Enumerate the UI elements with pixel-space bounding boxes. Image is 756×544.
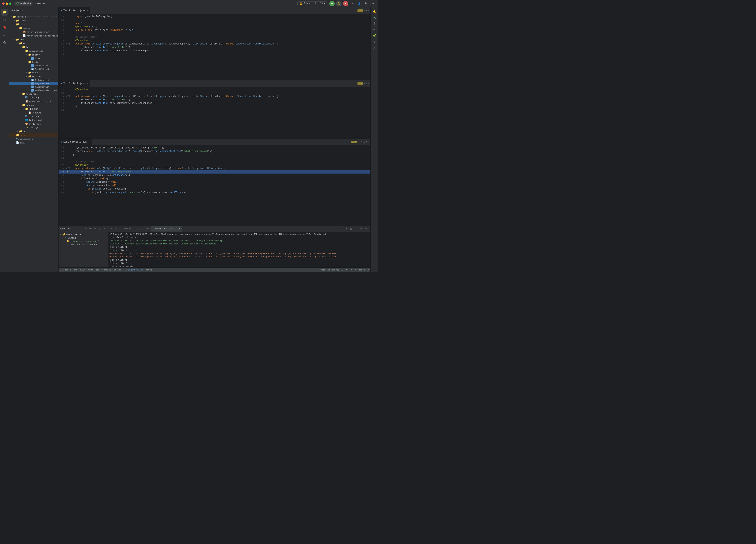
code-editor-loginservlet[interactable]: 32 System.out.print(getServletContext().… bbox=[59, 145, 370, 226]
more-tools-button[interactable]: ⋯ bbox=[1, 264, 8, 270]
tree-item-testfilter2[interactable]: C TestFilter2 bbox=[9, 67, 58, 71]
close-tab-button[interactable]: ✕ bbox=[87, 82, 88, 85]
tools-icon[interactable]: 🔧 bbox=[372, 15, 377, 20]
tree-item-index-html[interactable]: 🌐 index.html bbox=[9, 118, 58, 122]
encoding[interactable]: UTF-8 bbox=[346, 269, 353, 271]
breadcrumb-servlet[interactable]: servlet bbox=[114, 269, 123, 271]
more-icon[interactable]: ⋯ bbox=[368, 82, 369, 85]
log-tab-server[interactable]: Server bbox=[109, 226, 121, 232]
stop-button[interactable]: ■ bbox=[343, 1, 348, 6]
tree-item-webapp[interactable]: ▾ 📁 webapp bbox=[9, 103, 58, 107]
tree-item-wrapper[interactable]: ▾ 📁 wrapper bbox=[9, 26, 58, 30]
tree-item-timeservlet[interactable]: C TimeServlet bbox=[9, 85, 58, 89]
breadcrumb-com[interactable]: com bbox=[96, 269, 100, 271]
tree-item-user[interactable]: C User bbox=[9, 57, 58, 60]
chevron-up-icon[interactable]: ▲ bbox=[364, 82, 365, 85]
breadcrumb-doget[interactable]: doGet bbox=[146, 269, 152, 271]
chevron-down-icon[interactable]: ▼ bbox=[366, 141, 367, 143]
minimize-button[interactable] bbox=[6, 2, 8, 5]
close-tab-button[interactable]: ✕ bbox=[88, 141, 89, 143]
log-content[interactable]: 07-May-2024 10:48:47 INFO [NIO-127.0.0.1… bbox=[108, 232, 370, 267]
add-service-button[interactable]: ⊞ bbox=[93, 227, 97, 231]
services-item-tomcat-server[interactable]: ▾ 🐱 Tomcat Server bbox=[59, 233, 108, 236]
database-icon[interactable]: 🗄 bbox=[372, 21, 377, 26]
settings-button[interactable]: ⚙ bbox=[359, 227, 363, 231]
bookmark-button[interactable]: 🔖 bbox=[1, 24, 8, 31]
services-item-war[interactable]: ✓ WebTest:war exploded bbox=[59, 243, 108, 246]
tree-item-filter[interactable]: ▾ 📁 filter bbox=[9, 60, 58, 64]
git-view-button[interactable]: ⎇ bbox=[1, 16, 8, 23]
tab-testfilter2[interactable]: ◉ TestFilter2.java ✕ bbox=[59, 80, 90, 87]
chevron-up-icon[interactable]: ▲ bbox=[364, 10, 365, 12]
gradle-icon[interactable]: ⚙ bbox=[372, 39, 377, 44]
settings-button[interactable]: ⚙ bbox=[370, 1, 376, 6]
tree-item-entity[interactable]: ▾ 📁 entity bbox=[9, 53, 58, 57]
tree-item-maven-wrapper-props[interactable]: 📄 maven-wrapper.properties bbox=[9, 34, 58, 38]
debug-button[interactable]: 🐛 bbox=[336, 1, 342, 6]
breadcrumb-example[interactable]: example bbox=[102, 269, 111, 271]
tree-item-icon-png2[interactable]: 🖼 icon.png bbox=[9, 115, 58, 118]
clear-button[interactable]: 🗑 bbox=[349, 227, 353, 231]
more-icon[interactable]: ⋯ bbox=[368, 9, 369, 12]
line-separator[interactable]: LF bbox=[342, 269, 344, 271]
tree-item-gitignore[interactable]: 🔧 .gitignore bbox=[9, 137, 58, 141]
tree-item-target[interactable]: ▶ 📁 target bbox=[9, 133, 58, 137]
log-tab-localhost[interactable]: Tomcat Localhost Log bbox=[151, 226, 182, 232]
tab-testfilter1[interactable]: ◉ TestFilter1.java ✕ bbox=[59, 7, 90, 14]
settings-icon[interactable]: 👁 bbox=[88, 227, 93, 231]
notifications-icon[interactable]: 🔔 bbox=[372, 9, 377, 14]
maximize-button[interactable] bbox=[9, 2, 11, 5]
tree-item-resources[interactable]: ▾ 📁 resources bbox=[9, 92, 58, 96]
tree-item-test-js[interactable]: JS test.js bbox=[9, 126, 58, 129]
code-editor-testfilter2[interactable]: 12 @Override 13 14 07@ pu bbox=[59, 87, 370, 138]
breadcrumb-java[interactable]: java bbox=[88, 269, 93, 271]
project-view-button[interactable]: 📁 bbox=[1, 9, 8, 16]
scroll-end-button[interactable]: ↓ bbox=[354, 227, 358, 231]
more-icon[interactable]: ⋯ bbox=[368, 141, 369, 143]
collapse-all-button[interactable]: ⊟ bbox=[84, 227, 88, 231]
tree-item-icon-png[interactable]: 🖼 icon.png bbox=[9, 96, 58, 99]
more-button[interactable]: ⋯ bbox=[364, 227, 368, 231]
tree-item-mapper[interactable]: ▶ 📁 mapper bbox=[9, 71, 58, 75]
tab-loginservlet[interactable]: ◉ LoginServlet.java ✕ bbox=[59, 139, 92, 145]
tree-item-maven-wrapper-jar[interactable]: 📦 maven-wrapper.jar bbox=[9, 30, 58, 34]
stop-button[interactable]: ■ bbox=[344, 227, 348, 231]
spring-icon[interactable]: 🌱 bbox=[372, 33, 377, 38]
tree-item-style-css[interactable]: 🎨 style.css bbox=[9, 122, 58, 126]
breadcrumb-main[interactable]: main bbox=[80, 269, 85, 271]
tree-item-fileservlet[interactable]: C FileServlet bbox=[9, 78, 58, 82]
tree-item-webtest[interactable]: ▾ 📁 WebTest ~/Desktop/CS/JavaEE/1 JavaWe… bbox=[9, 15, 58, 19]
tree-item-servlet[interactable]: ▾ 📁 servlet bbox=[9, 75, 58, 78]
services-item-running[interactable]: ▾ ✓ Running bbox=[59, 236, 108, 239]
tree-item-web-inf[interactable]: ▾ 📁 WEB-INF bbox=[9, 107, 58, 111]
close-button[interactable] bbox=[2, 2, 5, 5]
tree-item-mvnw[interactable]: 📄 mvnw bbox=[9, 141, 58, 145]
tree-item-mybatis-config[interactable]: 📋 mybatis-config.xml bbox=[9, 99, 58, 103]
tree-item-java[interactable]: ▾ 📁 java bbox=[9, 45, 58, 49]
project-selector[interactable]: WT WebTest ▾ bbox=[14, 2, 32, 6]
tree-item-com-example[interactable]: ▾ 📁 com.example bbox=[9, 49, 58, 53]
tree-item-mvn[interactable]: ▾ 📁 .mvn bbox=[9, 22, 58, 26]
branch-selector[interactable]: ⎇ master ▾ bbox=[34, 2, 47, 5]
tree-item-web-xml[interactable]: 📋 web.xml bbox=[9, 111, 58, 115]
chevron-up-icon[interactable]: ▲ bbox=[364, 141, 365, 143]
filter-button[interactable]: ⧖ bbox=[97, 227, 102, 231]
run-configuration[interactable]: 🐱 Tomcat 10.1.23 ▾ bbox=[297, 1, 327, 6]
search-everywhere-button[interactable]: 🔍 bbox=[364, 1, 369, 6]
expand-icon[interactable]: ⤢ bbox=[367, 269, 369, 271]
log-tab-catalina[interactable]: Tomcat Catalina Log bbox=[121, 226, 151, 232]
maven-icon[interactable]: m bbox=[372, 27, 377, 32]
tree-item-test[interactable]: ▶ 📁 test bbox=[9, 129, 58, 133]
chevron-down-icon[interactable]: ▼ bbox=[366, 82, 367, 85]
indent-info[interactable]: 4 spaces bbox=[355, 269, 365, 271]
breadcrumb-src[interactable]: src bbox=[74, 269, 77, 271]
tree-item-src[interactable]: ▾ 📁 src bbox=[9, 38, 58, 41]
tree-item-loginservlet[interactable]: C LoginServlet bbox=[9, 82, 58, 85]
plugin-button[interactable]: 🔌 bbox=[1, 39, 8, 46]
close-tab-button[interactable]: ✕ bbox=[87, 10, 88, 12]
code-editor-testfilter1[interactable]: 9 import java.io.IOException; 10 11 bbox=[59, 14, 370, 80]
tree-item-main[interactable]: ▾ 📁 main bbox=[9, 41, 58, 45]
tree-item-idea[interactable]: ▶ 📁 .idea bbox=[9, 19, 58, 22]
breadcrumb-loginservlet[interactable]: ◉ LoginServlet bbox=[125, 269, 143, 271]
refresh-button[interactable]: ↻ bbox=[339, 227, 343, 231]
